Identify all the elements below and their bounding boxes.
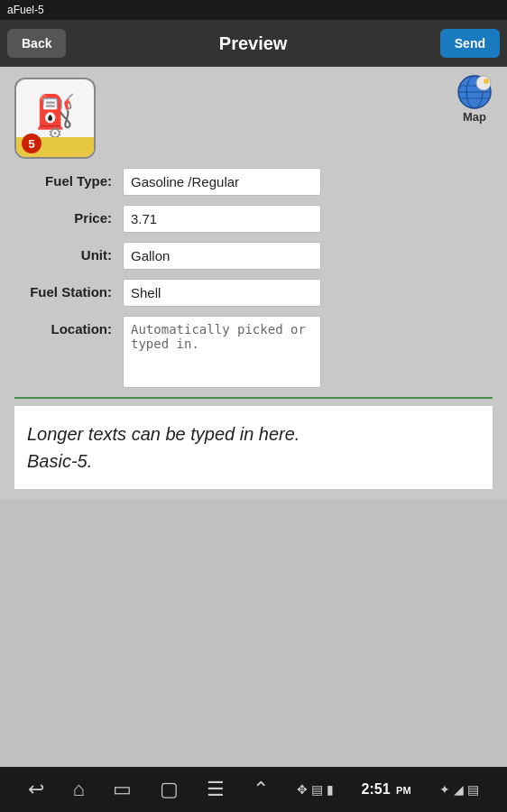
chevron-up-icon[interactable]: ⌃ [253,778,269,801]
location-textarea[interactable]: Automatically picked or typed in. [123,316,321,388]
fuel-station-input[interactable] [123,279,321,307]
menu-icon[interactable]: ☰ [207,778,225,801]
time-ampm: PM [396,785,411,796]
form-section: Fuel Type: Price: Unit: Fuel Station: Lo… [14,168,493,388]
notes-section: Longer texts can be typed in here.Basic-… [14,406,493,489]
time-display: 2:51 [362,781,391,797]
map-label: Map [463,110,486,124]
map-button[interactable]: Map [456,74,493,124]
unit-input[interactable] [123,242,321,270]
svg-point-5 [476,76,491,90]
nav-bar-title: Preview [66,33,439,54]
bluetooth-icon: ✦ [439,782,450,797]
svg-point-6 [484,78,489,84]
status-icons: ✥ ▤ ▮ [297,782,334,797]
image-icon: ▤ [311,782,323,797]
home-icon[interactable]: ⌂ [72,778,84,801]
location-row: Location: Automatically picked or typed … [14,316,493,388]
location-label: Location: [14,316,123,337]
fuel-station-row: Fuel Station: [14,279,493,307]
section-divider [14,397,493,399]
status-bar-title: aFuel-5 [7,4,44,16]
bottom-bar: ↩ ⌂ ▭ ▢ ☰ ⌃ ✥ ▤ ▮ 2:51 PM ✦ ◢ ▤ [0,767,507,812]
price-input[interactable] [123,205,321,233]
nav-bar: Back Preview Send [0,20,507,67]
recent-apps-icon[interactable]: ▭ [113,778,132,801]
app-icon-wrapper: ⛽ ⚙ 5 [14,78,493,159]
signal-icon: ▤ [467,782,479,797]
notes-text: Longer texts can be typed in here.Basic-… [27,424,300,471]
wifi-icon: ◢ [454,782,464,797]
fuel-type-row: Fuel Type: [14,168,493,196]
status-bar: aFuel-5 [0,0,507,20]
price-label: Price: [14,205,123,226]
fullscreen-icon: ✥ [297,782,308,797]
connectivity-icons: ✦ ◢ ▤ [439,782,479,797]
globe-icon [456,74,493,110]
app-icon: ⛽ ⚙ 5 [14,78,96,159]
price-row: Price: [14,205,493,233]
unit-row: Unit: [14,242,493,270]
main-content: Map ⛽ ⚙ 5 Fuel Type: Price: Unit: Fuel S… [0,67,507,500]
fuel-type-input[interactable] [123,168,321,196]
fuel-station-label: Fuel Station: [14,279,123,300]
battery-icon: ▮ [327,782,334,797]
app-icon-inner: ⛽ ⚙ [35,93,76,143]
back-nav-icon[interactable]: ↩ [28,778,44,801]
clock: 2:51 PM [362,781,411,798]
fuel-type-label: Fuel Type: [14,168,123,189]
send-button[interactable]: Send [440,29,500,58]
app-badge: 5 [22,134,41,153]
unit-label: Unit: [14,242,123,263]
scan-icon[interactable]: ▢ [160,778,179,801]
back-button[interactable]: Back [7,29,66,58]
